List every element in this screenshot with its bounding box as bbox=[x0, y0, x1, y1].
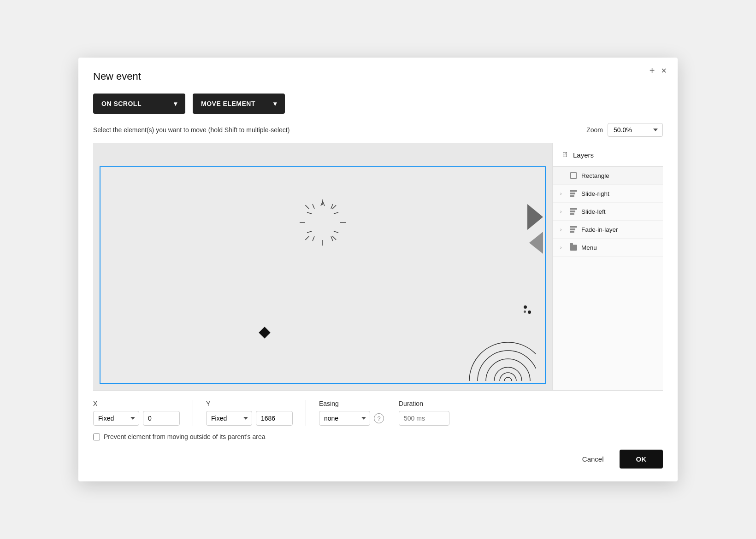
easing-inputs: none ease ease-in ease-out ease-in-out ? bbox=[319, 411, 384, 426]
window-plus-button[interactable]: + bbox=[650, 66, 655, 75]
svg-line-5 bbox=[332, 205, 336, 209]
y-inputs: Fixed Relative % bbox=[206, 411, 293, 426]
dialog-footer: Cancel OK bbox=[93, 450, 663, 469]
zoom-control: Zoom 25.0% 50.0% 75.0% 100.0% 150.0% 200… bbox=[586, 123, 663, 137]
action-dropdown[interactable]: MOVE ELEMENT ▾ bbox=[193, 94, 285, 114]
svg-line-14 bbox=[313, 204, 314, 209]
layer-item-menu[interactable]: › Menu bbox=[553, 239, 663, 257]
svg-point-23 bbox=[504, 377, 512, 381]
x-type-select[interactable]: Fixed Relative % bbox=[93, 411, 139, 426]
layer-stack-icon-3 bbox=[569, 225, 578, 234]
circles-decoration bbox=[462, 321, 536, 383]
layers-title: Layers bbox=[573, 151, 594, 159]
dialog-header: New event bbox=[93, 70, 663, 82]
svg-point-22 bbox=[500, 373, 516, 381]
svg-line-12 bbox=[334, 212, 338, 214]
layers-panel: 🖥 Layers Rectangle › bbox=[552, 143, 663, 390]
cancel-button[interactable]: Cancel bbox=[574, 451, 612, 468]
layer-chevron-slide-left-icon: › bbox=[560, 209, 566, 214]
bottom-form: X Fixed Relative % Y Fixed Rela bbox=[93, 390, 663, 469]
y-type-select[interactable]: Fixed Relative % bbox=[206, 411, 252, 426]
canvas-frame bbox=[100, 166, 546, 384]
toolbar-row: ON SCROLL ▾ MOVE ELEMENT ▾ bbox=[93, 94, 663, 114]
layer-chevron-fade-icon: › bbox=[560, 227, 566, 232]
easing-help-icon[interactable]: ? bbox=[374, 413, 384, 423]
zoom-label: Zoom bbox=[586, 126, 603, 134]
trigger-label: ON SCROLL bbox=[101, 100, 142, 107]
x-label: X bbox=[93, 400, 180, 407]
window-controls: + × bbox=[650, 66, 667, 75]
instruction-text: Select the element(s) you want to move (… bbox=[93, 126, 289, 134]
dialog-title: New event bbox=[93, 70, 141, 82]
dot3 bbox=[528, 311, 531, 314]
new-event-dialog: + × New event ON SCROLL ▾ MOVE ELEMENT ▾… bbox=[78, 58, 678, 481]
layer-stack-icon-2 bbox=[569, 207, 578, 216]
layer-item-fade-in-layer[interactable]: › Fade-in-layer bbox=[553, 221, 663, 239]
layer-folder-icon bbox=[569, 243, 578, 252]
prevent-checkbox-row: Prevent element from moving outside of i… bbox=[93, 433, 663, 440]
prevent-checkbox[interactable] bbox=[93, 434, 100, 440]
x-inputs: Fixed Relative % bbox=[93, 411, 180, 426]
layer-item-rectangle[interactable]: Rectangle bbox=[553, 167, 663, 185]
action-label: MOVE ELEMENT bbox=[201, 100, 255, 107]
svg-line-15 bbox=[331, 204, 333, 209]
layer-chevron-menu-icon: › bbox=[560, 245, 566, 250]
svg-line-4 bbox=[305, 205, 309, 209]
easing-select[interactable]: none ease ease-in ease-out ease-in-out bbox=[319, 411, 370, 426]
layer-rect-icon bbox=[569, 171, 578, 180]
diamond-decoration bbox=[259, 327, 270, 338]
easing-duration-spacer: Duration bbox=[399, 400, 449, 426]
svg-point-19 bbox=[486, 359, 530, 381]
svg-line-10 bbox=[307, 212, 312, 214]
duration-input[interactable] bbox=[399, 411, 449, 426]
layer-name-rectangle: Rectangle bbox=[581, 172, 609, 179]
prevent-label[interactable]: Prevent element from moving outside of i… bbox=[104, 433, 266, 440]
svg-line-16 bbox=[313, 236, 314, 241]
svg-line-7 bbox=[332, 236, 336, 240]
easing-label: Easing bbox=[319, 400, 384, 407]
xy-divider bbox=[193, 400, 193, 426]
monitor-icon: 🖥 bbox=[561, 151, 568, 159]
form-main-row: X Fixed Relative % Y Fixed Rela bbox=[93, 400, 663, 426]
zoom-select[interactable]: 25.0% 50.0% 75.0% 100.0% 150.0% 200.0% bbox=[608, 123, 663, 137]
duration-form-group: Duration bbox=[399, 400, 449, 426]
y-value-input[interactable] bbox=[256, 411, 293, 426]
trigger-dropdown[interactable]: ON SCROLL ▾ bbox=[93, 94, 185, 114]
layer-name-slide-right: Slide-right bbox=[581, 190, 609, 197]
layer-item-slide-left[interactable]: › Slide-left bbox=[553, 203, 663, 221]
window-close-button[interactable]: × bbox=[661, 66, 667, 75]
dot1 bbox=[524, 305, 527, 309]
layer-name-slide-left: Slide-left bbox=[581, 208, 606, 215]
dot2 bbox=[524, 311, 526, 313]
svg-line-6 bbox=[305, 236, 309, 240]
easing-form-group: Easing none ease ease-in ease-out ease-i… bbox=[319, 400, 384, 426]
svg-line-11 bbox=[307, 231, 312, 233]
svg-point-18 bbox=[494, 367, 522, 381]
x-value-input[interactable] bbox=[143, 411, 180, 426]
layer-stack-icon-1 bbox=[569, 189, 578, 198]
layer-name-fade-in: Fade-in-layer bbox=[581, 226, 618, 233]
y-easing-divider bbox=[306, 400, 306, 426]
svg-line-17 bbox=[331, 236, 333, 241]
layer-item-slide-right[interactable]: › Slide-right bbox=[553, 185, 663, 203]
triangle-left-decoration bbox=[529, 232, 543, 254]
dots-decoration bbox=[524, 305, 531, 314]
x-form-group: X Fixed Relative % bbox=[93, 400, 180, 426]
y-label: Y bbox=[206, 400, 293, 407]
main-content: 🖥 Layers Rectangle › bbox=[93, 143, 663, 390]
layer-chevron-slide-right-icon: › bbox=[560, 191, 566, 196]
instruction-row: Select the element(s) you want to move (… bbox=[93, 123, 663, 137]
y-form-group: Y Fixed Relative % bbox=[206, 400, 293, 426]
duration-label: Duration bbox=[399, 400, 449, 407]
layers-header: 🖥 Layers bbox=[553, 143, 663, 167]
sunburst-decoration bbox=[295, 195, 350, 250]
svg-line-13 bbox=[334, 231, 338, 233]
action-chevron-icon: ▾ bbox=[273, 100, 277, 107]
layer-name-menu: Menu bbox=[581, 244, 597, 251]
canvas-area[interactable] bbox=[93, 143, 552, 390]
trigger-chevron-icon: ▾ bbox=[174, 100, 177, 107]
triangle-right-decoration bbox=[527, 204, 543, 230]
ok-button[interactable]: OK bbox=[620, 450, 663, 469]
